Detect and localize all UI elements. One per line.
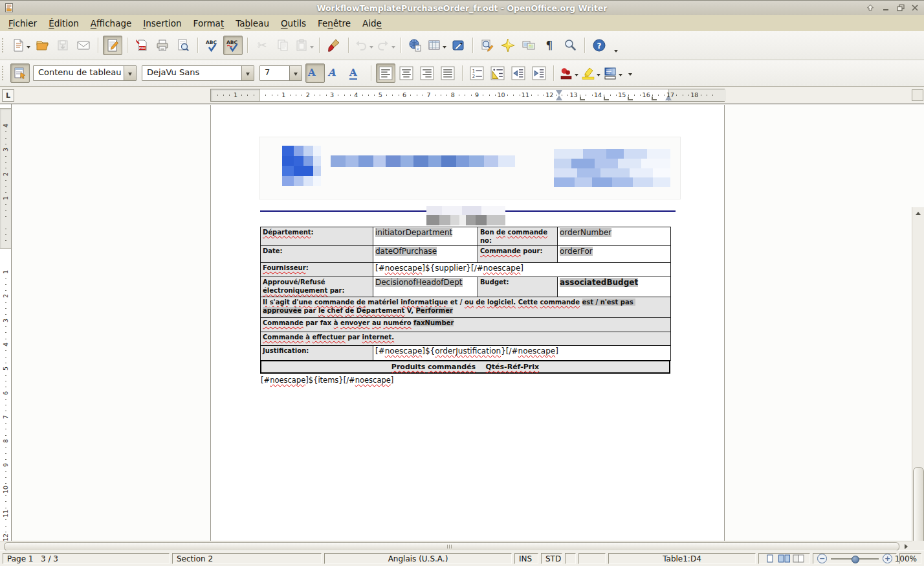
open-button[interactable] (32, 36, 52, 55)
table-cell[interactable]: Département: (261, 227, 373, 246)
table-cell[interactable]: initiatorDepartment (373, 227, 478, 246)
products-header-row[interactable]: Produits commandés Qtés-Réf-Prix (260, 360, 670, 374)
font-size-combo[interactable]: 7 (259, 65, 302, 81)
menu-aide[interactable]: Aide (357, 16, 388, 30)
table-cell[interactable]: Commande à effectuer par internet. (261, 332, 671, 346)
ruler-corner-button[interactable] (912, 89, 923, 101)
paragraph-style-value[interactable]: Contenu de tableau (34, 66, 124, 80)
menu-fichier[interactable]: Fichier (3, 16, 43, 30)
table-cell[interactable]: Budget: (478, 277, 558, 297)
menu-tableau[interactable]: Tableau (230, 16, 275, 30)
align-left-button[interactable] (376, 63, 395, 83)
tab-stop-marker[interactable] (604, 96, 609, 100)
paragraph-style-dropdown-icon[interactable] (124, 66, 136, 80)
zoom-button[interactable] (560, 36, 580, 55)
menu-insertion[interactable]: Insertion (137, 16, 187, 30)
template-field[interactable]: faxNumber (413, 319, 454, 326)
table-cell[interactable]: Justification: (261, 346, 373, 361)
tab-stop-marker[interactable] (580, 96, 585, 100)
font-name-value[interactable]: DejaVu Sans (142, 66, 241, 80)
styles-panel-button[interactable] (10, 63, 30, 83)
save-button[interactable] (53, 36, 72, 55)
font-name-dropdown-icon[interactable] (241, 66, 254, 80)
template-field[interactable]: initiatorDepartment (375, 228, 452, 237)
decrease-indent-button[interactable] (509, 63, 528, 83)
bold-button[interactable]: A (305, 63, 325, 83)
background-color-button[interactable] (602, 63, 623, 83)
highlighting-button[interactable] (580, 63, 601, 83)
zoom-slider-thumb[interactable] (852, 556, 859, 563)
paragraph-style-combo[interactable]: Contenu de tableau (33, 65, 137, 81)
redo-button[interactable] (375, 36, 396, 55)
tab-stop-type-button[interactable]: L (2, 89, 14, 102)
toolbar-grip[interactable] (2, 66, 5, 80)
zoom-in-icon[interactable]: + (883, 554, 892, 563)
horizontal-ruler[interactable]: 1234567891011121314151617181 (210, 89, 725, 102)
left-indent-marker[interactable] (556, 95, 562, 100)
items-template-line[interactable]: [#noescape]${items}[/#noescape] (261, 376, 393, 385)
status-zoom-value[interactable]: 100% (899, 553, 921, 564)
toolbar-grip[interactable] (2, 38, 5, 52)
italic-button[interactable]: A (326, 63, 346, 83)
font-size-dropdown-icon[interactable] (289, 66, 302, 80)
font-size-value[interactable]: 7 (260, 66, 289, 80)
table-cell[interactable]: Fournisseur: (261, 263, 373, 277)
menu-outils[interactable]: Outils (275, 16, 312, 30)
header-image-frame[interactable] (259, 137, 680, 199)
table-cell[interactable]: Date: (261, 246, 373, 263)
zoom-out-icon[interactable]: − (817, 554, 827, 563)
draw-functions-button[interactable] (448, 36, 468, 55)
table-cell[interactable]: Commande par fax à envoyer au numéro fax… (261, 318, 671, 332)
spellcheck-button[interactable]: ABC (203, 36, 222, 55)
status-selection-mode[interactable]: STD (541, 553, 562, 564)
minimize-button[interactable] (879, 2, 893, 14)
layout-book-icon[interactable] (791, 554, 806, 564)
scroll-up-icon[interactable] (913, 208, 923, 218)
vertical-scrollbar[interactable] (912, 207, 924, 566)
edit-file-button[interactable] (103, 36, 122, 55)
export-pdf-button[interactable]: PDF (132, 36, 151, 55)
format-paintbrush-button[interactable] (324, 36, 344, 55)
close-window-button[interactable] (908, 2, 922, 14)
undo-button[interactable] (353, 36, 374, 55)
paste-button[interactable] (294, 36, 314, 55)
toolbar-overflow-button[interactable] (610, 41, 620, 58)
vertical-ruler[interactable]: 4321123456789101112 (0, 104, 12, 541)
table-cell[interactable]: DecisionofHeadofDept (373, 277, 478, 297)
layout-single-icon[interactable] (763, 554, 777, 564)
table-cell[interactable]: Approuvé/Refusé électroniquement par: (261, 277, 373, 297)
navigator-button[interactable] (498, 36, 518, 55)
template-field[interactable]: orderFor (560, 247, 593, 256)
page-preview-button[interactable] (173, 36, 193, 55)
template-field[interactable]: dateOfPurchase (375, 247, 437, 256)
table-cell[interactable]: orderFor (558, 246, 671, 263)
menu-edition[interactable]: Édition (43, 16, 85, 30)
email-document-button[interactable] (74, 36, 93, 55)
font-name-combo[interactable]: DejaVu Sans (142, 65, 254, 81)
table-cell[interactable]: Commande pour: (478, 246, 558, 263)
table-cell[interactable]: associatedBudget (558, 277, 671, 297)
align-right-button[interactable] (417, 63, 437, 83)
maximize-button[interactable] (894, 2, 908, 14)
tab-stop-marker[interactable] (652, 96, 657, 100)
menu-fenetre[interactable]: Fenêtre (312, 16, 357, 30)
tab-stop-marker[interactable] (628, 96, 633, 100)
scroll-right-icon[interactable] (901, 542, 912, 550)
status-page[interactable]: Page 1 3 / 3 (3, 553, 170, 564)
status-insert-mode[interactable]: INS (514, 553, 538, 564)
zoom-slider-track[interactable] (831, 558, 879, 560)
table-cell[interactable]: orderNumber (558, 227, 671, 246)
find-replace-button[interactable] (478, 36, 497, 55)
cut-button[interactable]: ✂ (252, 36, 272, 55)
horizontal-scrollbar[interactable] (0, 541, 913, 550)
copy-button[interactable] (273, 36, 292, 55)
table-cell[interactable]: Bon de commande no: (478, 227, 558, 246)
purchase-order-table[interactable]: Département:initiatorDepartmentBon de co… (260, 227, 671, 361)
status-language[interactable]: Anglais (U.S.A.) (324, 553, 512, 564)
menu-format[interactable]: Format (188, 16, 230, 30)
horizontal-scroll-thumb[interactable] (4, 542, 899, 551)
status-page-style[interactable]: Section 2 (172, 553, 322, 564)
bullet-list-button[interactable] (488, 63, 507, 83)
table-cell[interactable]: [#noescape]${supplier}[/#noescape] (373, 263, 671, 277)
new-document-button[interactable] (10, 36, 31, 55)
